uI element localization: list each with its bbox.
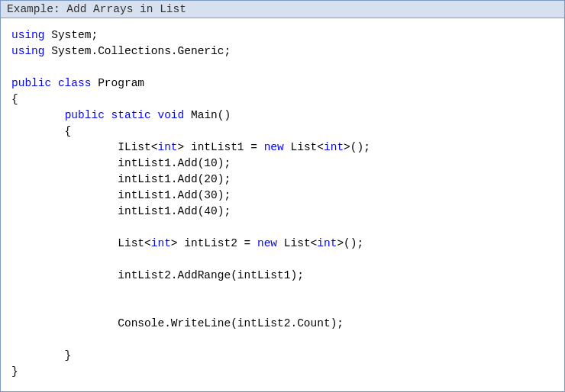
code-token: } (11, 349, 71, 361)
example-title: Example: Add Arrays in List (7, 3, 186, 15)
code-token: intList1.Add(20); (11, 173, 231, 185)
code-token: { (11, 125, 71, 137)
code-token: List< (11, 237, 151, 249)
code-token: >(); (344, 141, 370, 153)
code-token: IList< (11, 141, 157, 153)
code-token: int (157, 141, 177, 153)
code-token: List< (277, 237, 317, 249)
code-token: int (324, 141, 344, 153)
code-token: >(); (337, 237, 363, 249)
code-token: Console.WriteLine(intList2.Count); (11, 317, 344, 329)
code-token: int (151, 237, 171, 249)
code-token (51, 77, 58, 89)
code-token: { (11, 93, 18, 105)
code-token: Program (91, 77, 144, 89)
code-token: > intList1 = (178, 141, 264, 153)
code-token (105, 109, 111, 121)
code-token: using (11, 45, 45, 57)
code-token: intList1.Add(10); (11, 157, 231, 169)
code-token: using (11, 29, 45, 41)
code-token: > intList2 = (171, 237, 257, 249)
code-token: void (157, 109, 184, 121)
code-token: int (317, 237, 337, 249)
code-token: intList1.Add(40); (11, 205, 231, 217)
code-block: using System; using System.Collections.G… (1, 18, 564, 389)
example-header: Example: Add Arrays in List (1, 1, 564, 18)
code-token: System.Collections.Generic; (45, 45, 231, 57)
code-token: new (257, 237, 277, 249)
code-token: Main() (184, 109, 231, 121)
code-token: } (11, 365, 18, 378)
code-token: List< (284, 141, 324, 153)
code-token: intList1.Add(30); (11, 189, 231, 201)
code-token: System; (45, 29, 98, 41)
code-token: public (65, 109, 105, 121)
code-token: intList2.AddRange(intList1); (11, 269, 304, 281)
code-token: static (111, 109, 151, 121)
code-token: public (11, 77, 51, 89)
example-container: Example: Add Arrays in List using System… (0, 0, 565, 392)
code-token: class (58, 77, 92, 89)
code-token: new (264, 141, 284, 153)
code-token (11, 109, 65, 121)
